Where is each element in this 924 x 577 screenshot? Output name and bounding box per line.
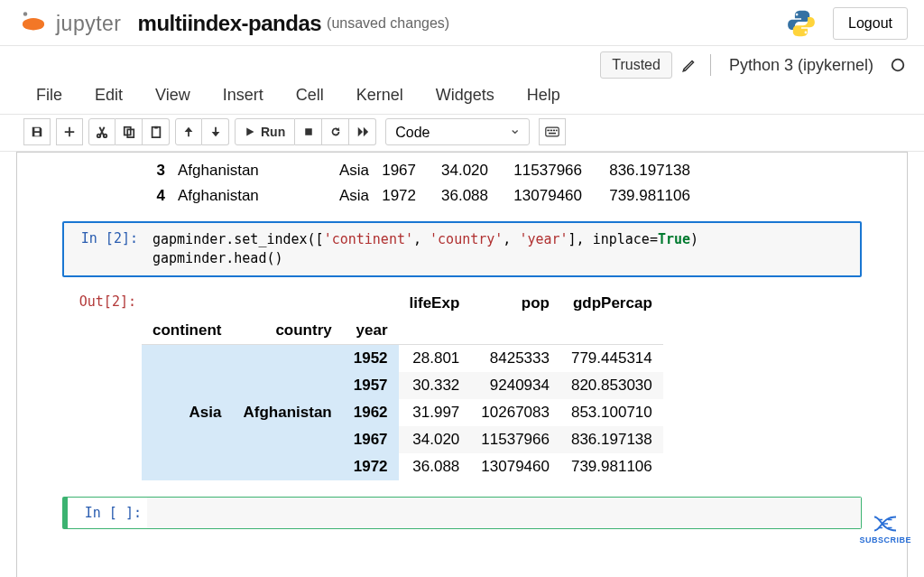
cell: 30.332 bbox=[399, 372, 471, 399]
index-name: year bbox=[343, 317, 399, 345]
index-cell: 1957 bbox=[343, 372, 399, 399]
svg-point-0 bbox=[23, 12, 28, 16]
cell: 853.100710 bbox=[560, 399, 663, 426]
svg-rect-11 bbox=[546, 127, 559, 136]
cell: 1967 bbox=[374, 162, 425, 180]
code-editor[interactable] bbox=[147, 498, 861, 528]
logout-button[interactable]: Logout bbox=[833, 7, 908, 40]
brand-text: jupyter bbox=[56, 12, 122, 36]
cell: 739.981106 bbox=[560, 453, 663, 480]
jupyter-logo[interactable]: jupyter bbox=[20, 10, 122, 37]
menu-view[interactable]: View bbox=[155, 86, 190, 105]
run-all-button[interactable] bbox=[349, 118, 376, 145]
code-cell-active[interactable]: In [2]: gapminder.set_index(['continent'… bbox=[62, 221, 862, 277]
python-icon bbox=[786, 8, 817, 39]
cell: 36.088 bbox=[425, 187, 497, 205]
cell: Afghanistan bbox=[172, 162, 317, 180]
index-cell: 1952 bbox=[343, 345, 399, 373]
index-cell: 1967 bbox=[343, 426, 399, 453]
insert-cell-button[interactable] bbox=[56, 118, 83, 145]
col-header: lifeExp bbox=[399, 290, 471, 317]
cell: 34.020 bbox=[425, 162, 497, 180]
output-area: Out[2]: lifeExp pop gdpPercap continent bbox=[62, 286, 862, 480]
svg-point-3 bbox=[892, 60, 904, 71]
col-header: pop bbox=[470, 290, 560, 317]
menu-widgets[interactable]: Widgets bbox=[436, 86, 494, 105]
svg-point-5 bbox=[104, 135, 107, 138]
header-bar: jupyter multiindex-pandas (unsaved chang… bbox=[0, 0, 924, 46]
cell: 13079460 bbox=[497, 187, 591, 205]
run-label: Run bbox=[261, 125, 285, 139]
cut-button[interactable] bbox=[88, 118, 116, 145]
trusted-badge[interactable]: Trusted bbox=[600, 51, 672, 79]
table-row: Asia Afghanistan 1952 28.801 8425333 779… bbox=[142, 345, 663, 373]
input-prompt: In [2]: bbox=[64, 223, 143, 275]
code-cell-empty[interactable]: In [ ]: bbox=[62, 497, 862, 529]
menu-kernel[interactable]: Kernel bbox=[356, 86, 403, 105]
save-button[interactable] bbox=[23, 118, 51, 145]
code-editor[interactable]: gapminder.set_index(['continent', 'count… bbox=[143, 223, 860, 275]
cell: Afghanistan bbox=[172, 187, 317, 205]
pencil-icon[interactable] bbox=[681, 57, 698, 73]
cell: 739.981106 bbox=[591, 187, 699, 205]
cell: 10267083 bbox=[470, 399, 560, 426]
index-name: continent bbox=[142, 317, 233, 345]
col-header: gdpPercap bbox=[560, 290, 663, 317]
index-cell: Afghanistan bbox=[233, 345, 343, 481]
svg-rect-10 bbox=[305, 128, 312, 135]
kernel-idle-icon bbox=[890, 57, 906, 73]
svg-rect-16 bbox=[549, 133, 556, 135]
cell: Asia bbox=[317, 162, 374, 180]
menu-cell[interactable]: Cell bbox=[296, 86, 324, 105]
input-prompt: In [ ]: bbox=[68, 498, 147, 528]
cell: 11537966 bbox=[470, 426, 560, 453]
prev-output-peek: 3 Afghanistan Asia 1967 34.020 11537966 … bbox=[149, 158, 862, 209]
menu-bar: File Edit View Insert Cell Kernel Widget… bbox=[0, 79, 924, 114]
command-palette-button[interactable] bbox=[539, 118, 566, 145]
subscribe-watermark[interactable]: SUBSCRIBE bbox=[859, 514, 911, 544]
table-row: 3 Afghanistan Asia 1967 34.020 11537966 … bbox=[149, 158, 862, 183]
cell: 11537966 bbox=[497, 162, 591, 180]
notebook-container: 3 Afghanistan Asia 1967 34.020 11537966 … bbox=[16, 152, 908, 577]
index-cell: 1972 bbox=[343, 453, 399, 480]
menu-insert[interactable]: Insert bbox=[223, 86, 263, 105]
index-name: country bbox=[233, 317, 343, 345]
interrupt-button[interactable] bbox=[295, 118, 322, 145]
cell: 836.197138 bbox=[591, 162, 699, 180]
move-up-button[interactable] bbox=[175, 118, 202, 145]
svg-point-2 bbox=[805, 32, 808, 34]
svg-rect-12 bbox=[548, 130, 550, 132]
cell: 779.445314 bbox=[560, 345, 663, 373]
index-cell: Asia bbox=[142, 345, 233, 481]
dna-icon bbox=[872, 514, 899, 534]
cell: 836.197138 bbox=[560, 426, 663, 453]
index-cell: 1962 bbox=[343, 399, 399, 426]
svg-rect-14 bbox=[553, 130, 555, 132]
cell: 34.020 bbox=[399, 426, 471, 453]
tool-bar: Run Code bbox=[0, 114, 924, 152]
unsaved-label: (unsaved changes) bbox=[327, 15, 449, 32]
notebook-title[interactable]: multiindex-pandas bbox=[138, 11, 322, 36]
svg-rect-9 bbox=[154, 126, 158, 129]
kernel-name[interactable]: Python 3 (ipykernel) bbox=[729, 56, 873, 75]
output-prompt: Out[2]: bbox=[62, 286, 142, 480]
cell: 36.088 bbox=[399, 453, 471, 480]
restart-button[interactable] bbox=[322, 118, 349, 145]
menu-edit[interactable]: Edit bbox=[95, 86, 123, 105]
menu-file[interactable]: File bbox=[36, 86, 62, 105]
paste-button[interactable] bbox=[143, 118, 170, 145]
row-index: 4 bbox=[149, 187, 172, 205]
cell: 1972 bbox=[374, 187, 425, 205]
cell: 8425333 bbox=[470, 345, 560, 373]
copy-button[interactable] bbox=[116, 118, 143, 145]
cell: 28.801 bbox=[399, 345, 471, 373]
kernel-status-row: Trusted Python 3 (ipykernel) bbox=[0, 46, 924, 79]
move-down-button[interactable] bbox=[202, 118, 229, 145]
cell: 31.997 bbox=[399, 399, 471, 426]
subscribe-label: SUBSCRIBE bbox=[859, 535, 911, 544]
cell-type-select[interactable]: Code bbox=[385, 118, 530, 145]
cell: 820.853030 bbox=[560, 372, 663, 399]
menu-help[interactable]: Help bbox=[527, 86, 560, 105]
table-row: 4 Afghanistan Asia 1972 36.088 13079460 … bbox=[149, 183, 862, 209]
run-button[interactable]: Run bbox=[235, 118, 295, 145]
